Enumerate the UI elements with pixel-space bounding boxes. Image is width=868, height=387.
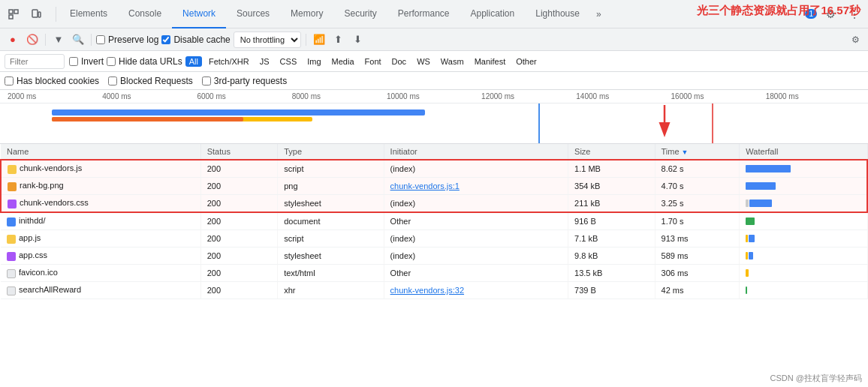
tabs: Elements Console Network Sources Memory … [59,0,805,28]
filter-tag-ws[interactable]: WS [413,56,434,67]
disable-cache-checkbox[interactable] [161,35,170,44]
blocked-requests-text: Blocked Requests [120,76,193,86]
disable-cache-label[interactable]: Disable cache [161,34,230,45]
tab-performance[interactable]: Performance [387,0,460,28]
filter-tag-all[interactable]: All [185,56,202,67]
cell-initiator: (index) [384,248,568,265]
hide-data-urls-label[interactable]: Hide data URLs [107,56,182,67]
table-row[interactable]: rank-bg.png 200 png chunk-vendors.js:1 3… [1,178,867,195]
blocked-requests-label[interactable]: Blocked Requests [108,76,193,86]
tab-security[interactable]: Security [333,0,387,28]
responsive-icon[interactable] [26,4,47,25]
download-icon[interactable]: ⬇ [350,32,366,48]
cell-name: app.js [1,230,200,248]
network-table: Name Status Type Initiator Size Time ▼ W… [0,144,868,299]
tab-application[interactable]: Application [460,0,526,28]
tick-4000: 4000 ms [102,92,197,100]
cell-type: document [278,212,384,230]
col-initiator[interactable]: Initiator [384,144,568,160]
col-time[interactable]: Time ▼ [655,144,740,160]
gear-icon[interactable]: ⚙ [847,32,863,48]
cell-type: text/html [278,265,384,282]
third-party-label[interactable]: 3rd-party requests [202,76,287,86]
col-name[interactable]: Name [1,144,200,160]
upload-icon[interactable]: ⬆ [330,32,347,48]
table-row[interactable]: inithdd/ 200 document Other 916 B 1.70 s [1,212,867,230]
third-party-text: 3rd-party requests [214,76,287,86]
filter-tag-manifest[interactable]: Manifest [471,56,510,67]
initiator-text: Other [390,217,411,226]
tick-14000: 14000 ms [576,92,671,100]
filter-tag-fetch-xhr[interactable]: Fetch/XHR [205,56,253,67]
cell-initiator: (index) [384,195,568,213]
inspect-icon[interactable] [3,4,24,25]
tab-memory[interactable]: Memory [280,0,333,28]
table-row[interactable]: chunk-vendors.js 200 script (index) 1.1 … [1,160,867,178]
filter-input[interactable] [5,54,65,69]
tab-sources[interactable]: Sources [226,0,280,28]
filter-icon[interactable]: ▼ [50,32,67,48]
table-row[interactable]: searchAllReward 200 xhr chunk-vendors.js… [1,282,867,299]
throttling-select[interactable]: No throttling [234,32,301,48]
filter-tag-css[interactable]: CSS [276,56,301,67]
cell-status: 200 [200,195,277,213]
search-icon[interactable]: 🔍 [70,32,86,48]
cell-size: 916 B [568,212,655,230]
cell-size: 13.5 kB [568,265,655,282]
table-row[interactable]: favicon.ico 200 text/html Other 13.5 kB … [1,265,867,282]
cell-status: 200 [200,230,277,248]
cell-waterfall [740,212,867,230]
filename: inithdd/ [19,216,45,225]
table-row[interactable]: app.css 200 stylesheet (index) 9.8 kB 58… [1,248,867,265]
third-party-checkbox[interactable] [202,76,211,86]
record-button[interactable]: ● [5,32,21,48]
initiator-link[interactable]: chunk-vendors.js:32 [390,286,464,295]
col-status[interactable]: Status [200,144,277,160]
table-body: chunk-vendors.js 200 script (index) 1.1 … [1,160,867,299]
filter-tag-wasm[interactable]: Wasm [437,56,468,67]
tick-6000: 6000 ms [197,92,291,100]
has-blocked-label[interactable]: Has blocked cookies [5,76,99,86]
has-blocked-text: Has blocked cookies [17,76,99,86]
sep2 [91,34,92,46]
preserve-log-checkbox[interactable] [96,35,105,44]
preserve-log-label[interactable]: Preserve log [96,34,158,45]
filter-tag-font[interactable]: Font [361,56,385,67]
initiator-link[interactable]: chunk-vendors.js:1 [390,182,460,190]
tab-lighthouse[interactable]: Lighthouse [525,0,590,28]
tab-elements[interactable]: Elements [59,0,118,28]
csdn-watermark: CSDN @拄杖盲学轻声码 [770,373,862,384]
filename: app.css [19,250,47,260]
invert-checkbox[interactable] [69,57,78,66]
filter-tag-doc[interactable]: Doc [388,56,411,67]
blocked-requests-checkbox[interactable] [108,76,117,86]
filter-tag-img[interactable]: Img [303,56,324,67]
invert-label[interactable]: Invert [69,56,104,67]
tick-16000: 16000 ms [671,92,766,100]
cell-status: 200 [200,248,277,265]
more-tabs[interactable]: » [590,0,607,28]
svg-rect-3 [32,10,38,17]
col-waterfall[interactable]: Waterfall [740,144,867,160]
col-size[interactable]: Size [568,144,655,160]
filename: chunk-vendors.js [20,164,82,172]
cell-waterfall [740,178,867,195]
table-row[interactable]: chunk-vendors.css 200 stylesheet (index)… [1,195,867,213]
filter-tag-other[interactable]: Other [512,56,541,67]
tab-network[interactable]: Network [172,0,226,28]
tick-18000: 18000 ms [766,92,860,100]
col-type[interactable]: Type [278,144,384,160]
timeline-ruler: 2000 ms 4000 ms 6000 ms 8000 ms 10000 ms… [0,90,868,104]
has-blocked-checkbox[interactable] [5,76,14,86]
initiator-text: Other [390,268,411,278]
hide-data-urls-checkbox[interactable] [107,57,116,66]
cell-size: 354 kB [568,178,655,195]
tab-console[interactable]: Console [118,0,172,28]
filter-tag-media[interactable]: Media [328,56,358,67]
wifi-icon[interactable]: 📶 [311,32,327,48]
filter-tag-js[interactable]: JS [256,56,273,67]
cell-status: 200 [200,282,277,299]
cell-size: 9.8 kB [568,248,655,265]
table-row[interactable]: app.js 200 script (index) 7.1 kB 913 ms [1,230,867,248]
clear-button[interactable]: 🚫 [24,32,41,48]
